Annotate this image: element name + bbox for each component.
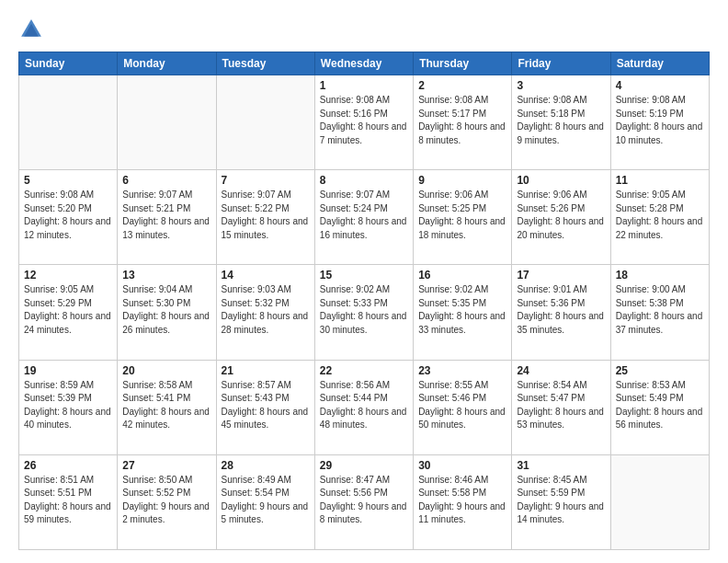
calendar-cell: 11 Sunrise: 9:05 AMSunset: 5:28 PMDaylig… [610, 170, 709, 265]
calendar-week-row: 5 Sunrise: 9:08 AMSunset: 5:20 PMDayligh… [19, 170, 710, 265]
cell-info: Sunrise: 8:58 AMSunset: 5:41 PMDaylight:… [122, 379, 210, 432]
header [18, 17, 710, 42]
calendar-cell: 26 Sunrise: 8:51 AMSunset: 5:51 PMDaylig… [19, 454, 118, 549]
logo [18, 17, 48, 42]
calendar-cell [118, 75, 216, 170]
cell-info: Sunrise: 9:05 AMSunset: 5:28 PMDaylight:… [616, 189, 704, 242]
weekday-header-cell: Monday [118, 52, 216, 75]
calendar-cell: 6 Sunrise: 9:07 AMSunset: 5:21 PMDayligh… [118, 170, 216, 265]
day-number: 7 [222, 174, 310, 187]
day-number: 18 [616, 269, 704, 282]
calendar-cell: 20 Sunrise: 8:58 AMSunset: 5:41 PMDaylig… [118, 360, 216, 454]
day-number: 2 [418, 79, 506, 92]
day-number: 1 [320, 79, 408, 92]
cell-info: Sunrise: 9:02 AMSunset: 5:33 PMDaylight:… [320, 283, 408, 337]
calendar-cell: 14 Sunrise: 9:03 AMSunset: 5:32 PMDaylig… [216, 265, 314, 360]
day-number: 16 [418, 269, 506, 282]
cell-info: Sunrise: 8:57 AMSunset: 5:43 PMDaylight:… [222, 379, 310, 432]
cell-info: Sunrise: 9:05 AMSunset: 5:29 PMDaylight:… [24, 283, 112, 337]
calendar-cell [216, 75, 314, 170]
cell-info: Sunrise: 8:51 AMSunset: 5:51 PMDaylight:… [24, 474, 112, 527]
day-number: 12 [24, 269, 112, 282]
day-number: 28 [222, 459, 310, 472]
day-number: 29 [320, 459, 408, 472]
cell-info: Sunrise: 9:07 AMSunset: 5:21 PMDaylight:… [122, 189, 210, 242]
calendar-cell: 2 Sunrise: 9:08 AMSunset: 5:17 PMDayligh… [414, 75, 512, 170]
calendar-week-row: 12 Sunrise: 9:05 AMSunset: 5:29 PMDaylig… [19, 265, 710, 360]
cell-info: Sunrise: 9:06 AMSunset: 5:26 PMDaylight:… [517, 189, 605, 242]
calendar-cell: 23 Sunrise: 8:55 AMSunset: 5:46 PMDaylig… [414, 360, 512, 454]
calendar-cell: 4 Sunrise: 9:08 AMSunset: 5:19 PMDayligh… [610, 75, 709, 170]
cell-info: Sunrise: 9:07 AMSunset: 5:22 PMDaylight:… [222, 189, 310, 242]
calendar-cell: 1 Sunrise: 9:08 AMSunset: 5:16 PMDayligh… [314, 75, 413, 170]
weekday-header-cell: Sunday [19, 52, 118, 75]
calendar-cell: 30 Sunrise: 8:46 AMSunset: 5:58 PMDaylig… [414, 454, 512, 549]
page: SundayMondayTuesdayWednesdayThursdayFrid… [0, 0, 728, 563]
weekday-header-cell: Saturday [610, 52, 709, 75]
day-number: 17 [517, 269, 605, 282]
calendar-cell: 9 Sunrise: 9:06 AMSunset: 5:25 PMDayligh… [414, 170, 512, 265]
calendar-cell: 24 Sunrise: 8:54 AMSunset: 5:47 PMDaylig… [512, 360, 610, 454]
day-number: 31 [517, 459, 605, 472]
calendar-cell: 7 Sunrise: 9:07 AMSunset: 5:22 PMDayligh… [216, 170, 314, 265]
day-number: 8 [320, 174, 408, 187]
weekday-header-cell: Friday [512, 52, 610, 75]
day-number: 24 [517, 364, 605, 377]
cell-info: Sunrise: 8:46 AMSunset: 5:58 PMDaylight:… [418, 474, 506, 527]
day-number: 25 [616, 364, 704, 377]
calendar-cell: 25 Sunrise: 8:53 AMSunset: 5:49 PMDaylig… [610, 360, 709, 454]
cell-info: Sunrise: 9:01 AMSunset: 5:36 PMDaylight:… [517, 283, 605, 337]
cell-info: Sunrise: 9:08 AMSunset: 5:20 PMDaylight:… [24, 189, 112, 242]
day-number: 15 [320, 269, 408, 282]
cell-info: Sunrise: 8:45 AMSunset: 5:59 PMDaylight:… [517, 474, 605, 527]
day-number: 11 [616, 174, 704, 187]
calendar-cell: 31 Sunrise: 8:45 AMSunset: 5:59 PMDaylig… [512, 454, 610, 549]
day-number: 23 [418, 364, 506, 377]
calendar-cell: 12 Sunrise: 9:05 AMSunset: 5:29 PMDaylig… [19, 265, 118, 360]
cell-info: Sunrise: 8:54 AMSunset: 5:47 PMDaylight:… [517, 379, 605, 432]
cell-info: Sunrise: 9:08 AMSunset: 5:18 PMDaylight:… [517, 94, 605, 147]
calendar-cell: 8 Sunrise: 9:07 AMSunset: 5:24 PMDayligh… [314, 170, 413, 265]
calendar-cell: 3 Sunrise: 9:08 AMSunset: 5:18 PMDayligh… [512, 75, 610, 170]
day-number: 3 [517, 79, 605, 92]
calendar-cell: 29 Sunrise: 8:47 AMSunset: 5:56 PMDaylig… [314, 454, 413, 549]
weekday-header-row: SundayMondayTuesdayWednesdayThursdayFrid… [19, 52, 710, 75]
cell-info: Sunrise: 9:07 AMSunset: 5:24 PMDaylight:… [320, 189, 408, 242]
calendar-cell: 17 Sunrise: 9:01 AMSunset: 5:36 PMDaylig… [512, 265, 610, 360]
calendar-cell: 15 Sunrise: 9:02 AMSunset: 5:33 PMDaylig… [314, 265, 413, 360]
day-number: 21 [222, 364, 310, 377]
calendar-cell: 27 Sunrise: 8:50 AMSunset: 5:52 PMDaylig… [118, 454, 216, 549]
day-number: 20 [122, 364, 210, 377]
day-number: 6 [122, 174, 210, 187]
cell-info: Sunrise: 8:49 AMSunset: 5:54 PMDaylight:… [222, 474, 310, 527]
cell-info: Sunrise: 9:00 AMSunset: 5:38 PMDaylight:… [616, 283, 704, 337]
cell-info: Sunrise: 8:47 AMSunset: 5:56 PMDaylight:… [320, 474, 408, 527]
day-number: 14 [222, 269, 310, 282]
calendar-body: 1 Sunrise: 9:08 AMSunset: 5:16 PMDayligh… [19, 75, 710, 550]
calendar-cell [19, 75, 118, 170]
day-number: 27 [122, 459, 210, 472]
weekday-header-cell: Thursday [414, 52, 512, 75]
calendar-cell: 5 Sunrise: 9:08 AMSunset: 5:20 PMDayligh… [19, 170, 118, 265]
cell-info: Sunrise: 8:53 AMSunset: 5:49 PMDaylight:… [616, 379, 704, 432]
cell-info: Sunrise: 9:03 AMSunset: 5:32 PMDaylight:… [222, 283, 310, 337]
calendar-cell: 10 Sunrise: 9:06 AMSunset: 5:26 PMDaylig… [512, 170, 610, 265]
calendar-week-row: 1 Sunrise: 9:08 AMSunset: 5:16 PMDayligh… [19, 75, 710, 170]
weekday-header-cell: Tuesday [216, 52, 314, 75]
calendar-week-row: 26 Sunrise: 8:51 AMSunset: 5:51 PMDaylig… [19, 454, 710, 549]
day-number: 22 [320, 364, 408, 377]
day-number: 4 [616, 79, 704, 92]
day-number: 10 [517, 174, 605, 187]
calendar-cell: 21 Sunrise: 8:57 AMSunset: 5:43 PMDaylig… [216, 360, 314, 454]
cell-info: Sunrise: 9:08 AMSunset: 5:16 PMDaylight:… [320, 94, 408, 147]
cell-info: Sunrise: 8:50 AMSunset: 5:52 PMDaylight:… [122, 474, 210, 527]
cell-info: Sunrise: 9:08 AMSunset: 5:17 PMDaylight:… [418, 94, 506, 147]
weekday-header-cell: Wednesday [314, 52, 413, 75]
calendar-cell: 19 Sunrise: 8:59 AMSunset: 5:39 PMDaylig… [19, 360, 118, 454]
logo-icon [18, 17, 44, 42]
calendar-cell: 28 Sunrise: 8:49 AMSunset: 5:54 PMDaylig… [216, 454, 314, 549]
calendar-week-row: 19 Sunrise: 8:59 AMSunset: 5:39 PMDaylig… [19, 360, 710, 454]
day-number: 30 [418, 459, 506, 472]
day-number: 13 [122, 269, 210, 282]
calendar-table: SundayMondayTuesdayWednesdayThursdayFrid… [18, 52, 710, 550]
